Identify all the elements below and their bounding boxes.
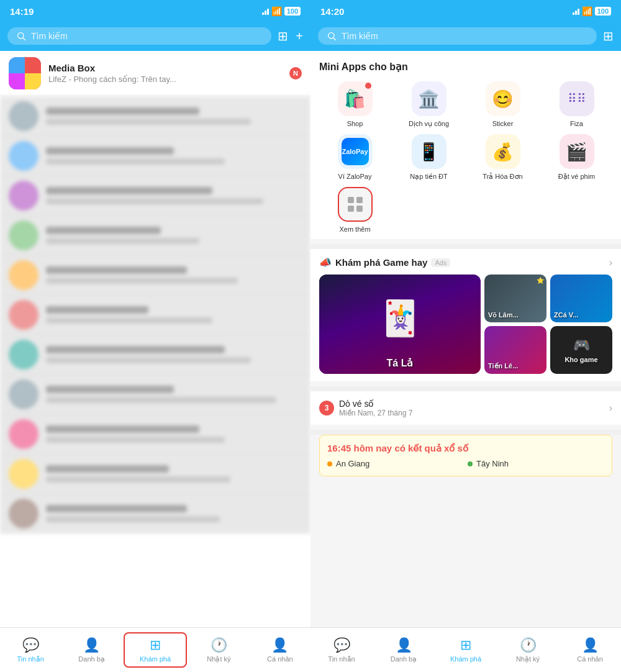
game-chevron-icon[interactable]: › — [609, 257, 612, 268]
right-nav-label-0: Tin nhắn — [328, 655, 355, 663]
left-nav-label-4: Cá nhân — [267, 655, 293, 663]
right-search-input-area[interactable]: Tìm kiếm — [318, 27, 597, 45]
side-game-vo-lam[interactable]: ⭐ Võ Lâm... — [484, 275, 546, 322]
sticker-icon-wrap: 😊 — [486, 81, 520, 116]
right-nav-danh-ba[interactable]: 👤 Danh bạ — [373, 633, 435, 667]
right-kham-pha-icon: ⊞ — [460, 637, 471, 653]
xoso-results: An Giang Tây Ninh — [327, 459, 604, 468]
grid-dots-icon — [348, 197, 363, 212]
shop-badge — [365, 83, 371, 89]
right-signal-icon — [573, 7, 579, 15]
side-game-tien-le[interactable]: Tiến Lê... — [484, 326, 546, 374]
left-search-placeholder: Tìm kiếm — [31, 31, 68, 41]
app-fiza[interactable]: ⠿⠿ Fiza — [541, 81, 612, 128]
left-search-input-area[interactable]: Tìm kiếm — [7, 27, 271, 45]
right-search-placeholder: Tìm kiếm — [342, 31, 378, 41]
right-nav-ca-nhan[interactable]: 👤 Cá nhân — [559, 633, 621, 666]
mini-apps-section: Mini Apps cho bạn 🛍️ Shop 🏛️ Dịch vụ côn… — [310, 51, 621, 239]
add-icon[interactable]: + — [296, 29, 303, 43]
app-shop[interactable]: 🛍️ Shop — [319, 81, 391, 128]
right-status-bar: 14:20 📶 100 — [310, 0, 621, 22]
tien-le-label: Tiến Lê... — [488, 362, 518, 370]
lottery-chevron-icon: › — [609, 402, 612, 414]
side-game-kho[interactable]: 🎮 Kho game — [550, 326, 612, 374]
xemthem-icon-wrap — [338, 187, 373, 222]
left-nav-danh-ba[interactable]: 👤 Danh bạ — [61, 633, 122, 667]
ca-nhan-icon: 👤 — [271, 637, 288, 653]
side-game-zca[interactable]: ZCá V... — [550, 275, 612, 322]
mediabox-avatar — [9, 57, 41, 89]
chat-badge: N — [289, 67, 302, 79]
app-nap-tien[interactable]: 📱 Nạp tiền ĐT — [393, 134, 465, 181]
right-nav-label-3: Nhật ký — [516, 655, 540, 663]
right-status-icons: 📶 100 — [573, 6, 611, 16]
left-status-icons: 📶 100 — [262, 6, 301, 16]
zalopay-label: Ví ZaloPay — [338, 173, 372, 180]
naptien-icon: 📱 — [418, 142, 440, 162]
chat-item-mediabox[interactable]: Media Box LifeZ - Phong cách sống: Trên … — [0, 51, 310, 96]
app-sticker[interactable]: 😊 Sticker — [467, 81, 538, 128]
zalopay-logo: ZaloPay — [342, 138, 369, 165]
left-nav-tin-nhan[interactable]: 💬 Tin nhắn — [0, 633, 61, 667]
right-nhat-ky-icon: 🕐 — [520, 637, 537, 653]
fiza-icon-wrap: ⠿⠿ — [560, 81, 594, 116]
svg-line-3 — [333, 38, 336, 40]
separator-3 — [310, 430, 621, 435]
shop-label: Shop — [347, 120, 363, 127]
ta-la-label: Tá Lả — [387, 357, 414, 369]
xoso-time: 16:45 hôm nay có kết quả xổ số — [327, 443, 604, 454]
green-dot-icon — [468, 461, 473, 466]
xoso-section: 16:45 hôm nay có kết quả xổ số An Giang … — [319, 435, 612, 476]
right-nav-label-2: Khám phá — [450, 655, 481, 663]
right-nav-nhat-ky[interactable]: 🕐 Nhật ký — [497, 633, 559, 667]
lottery-info: Dò vé số Miền Nam, 27 tháng 7 — [339, 399, 412, 417]
lottery-left: 3 Dò vé số Miền Nam, 27 tháng 7 — [319, 399, 412, 417]
right-qr-icon[interactable]: ⊞ — [603, 29, 614, 43]
left-battery: 100 — [284, 7, 301, 16]
lottery-section[interactable]: 3 Dò vé số Miền Nam, 27 tháng 7 › — [310, 391, 621, 425]
right-nav-tin-nhan[interactable]: 💬 Tin nhắn — [310, 633, 373, 667]
right-time: 14:20 — [320, 6, 344, 17]
datve-icon-wrap: 🎬 — [560, 134, 594, 169]
right-nav-label-1: Danh bạ — [391, 655, 417, 663]
chat-preview: LifeZ - Phong cách sống: Trên tay... — [48, 75, 289, 84]
game-header-left: 📣 Khám phá Game hay Ads — [319, 257, 450, 268]
fiza-label: Fiza — [570, 120, 583, 127]
left-nav-kham-pha[interactable]: ⊞ Khám phá — [124, 632, 187, 668]
an-giang-label: An Giang — [336, 459, 369, 468]
app-tra-hoa-don[interactable]: 💰 Trả Hóa Đơn — [467, 134, 538, 181]
right-tin-nhan-icon: 💬 — [333, 637, 350, 653]
game-title: Khám phá Game hay — [335, 257, 427, 268]
right-search-actions: ⊞ — [603, 29, 614, 43]
chat-list: Media Box LifeZ - Phong cách sống: Trên … — [0, 51, 310, 627]
left-nav-label-0: Tin nhắn — [17, 655, 44, 663]
main-game-ta-la[interactable]: 🃏 Tá Lả — [319, 275, 481, 374]
zalopay-icon-wrap: ZaloPay — [338, 134, 373, 169]
tra-icon-wrap: 💰 — [486, 134, 520, 169]
svg-point-2 — [329, 33, 334, 39]
naptien-label: Nạp tiền ĐT — [410, 173, 447, 181]
fiza-icon: ⠿⠿ — [568, 91, 586, 106]
tra-icon: 💰 — [492, 142, 514, 162]
side-games-2: ZCá V... 🎮 Kho game — [550, 275, 612, 374]
app-xem-them[interactable]: Xem thêm — [319, 187, 391, 233]
right-nav-label-4: Cá nhân — [577, 655, 603, 663]
qr-icon[interactable]: ⊞ — [278, 29, 288, 43]
right-search-icon — [327, 31, 337, 41]
svg-line-1 — [23, 38, 25, 40]
left-nav-nhat-ky[interactable]: 🕐 Nhật ký — [188, 633, 249, 667]
left-nav-ca-nhan[interactable]: 👤 Cá nhân — [250, 633, 310, 666]
ads-badge: Ads — [431, 258, 450, 267]
app-dat-ve[interactable]: 🎬 Đặt vé phim — [541, 134, 612, 181]
megaphone-icon: 📣 — [319, 257, 332, 268]
right-nav-kham-pha[interactable]: ⊞ Khám phá — [435, 633, 497, 666]
left-nav-label-3: Nhật ký — [207, 655, 230, 663]
vo-lam-label: Võ Lâm... — [488, 311, 519, 319]
danh-ba-icon: 👤 — [83, 637, 100, 653]
chat-name: Media Box — [48, 63, 289, 73]
app-dich-vu-cong[interactable]: 🏛️ Dịch vụ công — [393, 81, 465, 128]
shop-icon: 🛍️ — [344, 89, 366, 109]
app-zalopay[interactable]: ZaloPay Ví ZaloPay — [319, 134, 391, 181]
separator-1 — [310, 244, 621, 249]
kho-game-label: Kho game — [564, 356, 597, 363]
